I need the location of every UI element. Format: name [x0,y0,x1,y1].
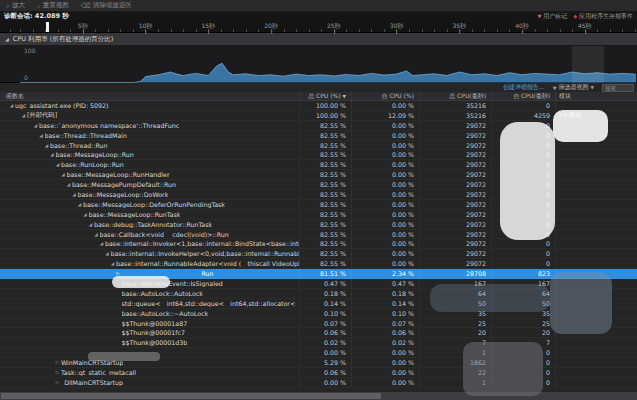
create-detailed-report-link[interactable]: 创建详细报告... [503,83,545,92]
table-row[interactable]: $$Thunk@00001a870.07 %0.07 %2525 [0,319,637,329]
column-self-cpu-pct[interactable]: 自 CPU (%) [352,92,420,100]
self-cpu-ms: 20 [492,328,556,337]
total-cpu-pct: 0.07 % [300,319,352,328]
expanded-icon[interactable]: ◢ [104,251,111,256]
cpu-area-series [0,46,637,83]
table-row[interactable]: ◢base::internal::InvokeHelper<0,void,bas… [0,249,637,259]
expanded-icon[interactable]: ◢ [82,212,89,217]
table-row[interactable]: ◢base::internal::Invoker<1,base::interna… [0,239,637,249]
expanded-icon[interactable]: ◢ [54,162,61,167]
table-row[interactable]: ▷Run81.51 %2.34 %28708823 [0,269,637,279]
table-row[interactable]: ◢base::internal::RunnableAdapter<void (_… [0,259,637,269]
self-cpu-pct: 0.00 % [352,259,420,268]
table-row[interactable]: ▷Task::qt_static_metacall0.06 %0.00 %220 [0,368,637,378]
table-row[interactable]: ◢base::Thread::ThreadMain82.55 %0.00 %29… [0,131,637,141]
reset-view-button[interactable]: ⌕ 重置视图 [37,1,69,10]
function-name: base::WaitableEvent::IsSignaled [122,280,223,287]
expanded-icon[interactable]: ◢ [98,241,105,246]
self-cpu-ms: 0 [492,131,556,140]
clear-selection-button[interactable]: ⌫ 清除缩放选区 [81,1,132,10]
module-name [556,141,637,150]
filter-dropdown[interactable]: ▼ 筛选器视图 ▼ [553,83,594,92]
expanded-icon[interactable]: ◢ [76,202,83,207]
total-cpu-ms: 7 [420,338,492,347]
column-module[interactable]: 模块 [556,92,637,100]
zoom-in-button[interactable]: ⌕ 放大 [6,1,25,10]
table-row[interactable]: ▷WinMainCRTStartup5.29 %0.00 %18620 [0,358,637,368]
expanded-icon[interactable]: ◢ [32,123,39,128]
table-row[interactable]: ◢base::MessagePumpDefault::Run82.55 %0.0… [0,180,637,190]
cpu-utilization-chart[interactable]: 100 0 [0,46,637,83]
collapsed-icon[interactable]: ▷ [115,271,122,276]
expander-icon[interactable]: ◢ [5,36,9,42]
column-total-cpu-pct[interactable]: 总 CPU (%)▼ [300,92,352,100]
table-row[interactable]: $$Thunk@00001fc70.06 %0.06 %2020 [0,328,637,338]
time-tick-label: 35秒 [452,22,466,31]
table-row[interactable]: base::AutoLock::AutoLock0.18 %0.18 %6464 [0,289,637,299]
self-cpu-ms: 0 [492,160,556,169]
total-cpu-pct: 0.00 % [300,378,352,387]
column-total-cpu-ms[interactable]: 总 CPU(毫秒) [420,92,492,100]
self-cpu-pct: 0.47 % [352,279,420,288]
cpu-section-header[interactable]: ◢ CPU 利用率 (所有处理器的百分比) [0,33,637,46]
module-name [556,190,637,199]
table-row[interactable]: ◢base::MessageLoop::RunTask82.55 %0.00 %… [0,210,637,220]
table-row[interactable]: ◢base::MessageLoop::DeferOrRunPendingTas… [0,200,637,210]
table-header: 函数名 总 CPU (%)▼ 自 CPU (%) 总 CPU(毫秒) 自 CPU… [0,92,637,101]
cpu-section-title: CPU 利用率 (所有处理器的百分比) [13,35,113,44]
expanded-icon[interactable]: ◢ [8,103,15,108]
expanded-icon[interactable]: ◢ [65,182,72,187]
scrollbar-thumb[interactable] [1,393,381,399]
expanded-icon[interactable]: ◢ [49,152,56,157]
table-row[interactable]: ◢base::MessageLoop::DoWork82.55 %0.00 %2… [0,190,637,200]
table-row[interactable]: ◢base::MessageLoop::RunHandler82.55 %0.0… [0,170,637,180]
table-row[interactable]: ◢base::Callback<void __cdecl(void)>::Run… [0,230,637,240]
module-name [556,289,637,298]
table-row[interactable]: 0.00 %0.00 %10 [0,348,637,358]
table-row[interactable]: ◢base::Thread::Run82.55 %0.00 %290720 [0,141,637,151]
column-function-name[interactable]: 函数名 [0,92,300,100]
total-cpu-ms: 64 [420,289,492,298]
expanded-icon[interactable]: ◢ [38,133,45,138]
module-name [556,309,637,318]
horizontal-scrollbar[interactable] [0,392,637,400]
chart-highlight-band [572,46,604,83]
expanded-icon[interactable]: ◢ [93,232,100,237]
self-cpu-ms: 0 [492,239,556,248]
table-row[interactable]: ◢base::RunLoop::Run82.55 %0.00 %290720 [0,160,637,170]
search-input[interactable] [602,84,634,92]
table-row[interactable]: ◢base::`anonymous namespace'::ThreadFunc… [0,121,637,131]
table-row[interactable]: ▷_DllMainCRTStartup0.00 %0.00 %10 [0,378,637,388]
expanded-icon[interactable]: ◢ [20,113,27,118]
module-name: 24 模块 [556,111,637,120]
table-row[interactable]: ◢ugc_assistant.exe (PID: 5092)100.00 %0.… [0,101,637,111]
timeline-ruler[interactable]: 5秒10秒15秒20秒25秒30秒35秒40秒45秒 [0,21,637,33]
column-self-cpu-ms[interactable]: 自 CPU(毫秒) [492,92,556,100]
table-row[interactable]: std::queue<__int64,std::deque<__int64,st… [0,299,637,309]
table-row[interactable]: ◢base::debug::TaskAnnotator::RunTask82.5… [0,220,637,230]
expanded-icon[interactable]: ◢ [60,172,67,177]
expanded-icon[interactable]: ◢ [43,143,50,148]
expanded-icon[interactable]: ◢ [87,222,94,227]
table-row[interactable]: base::WaitableEvent::IsSignaled0.47 %0.4… [0,279,637,289]
function-name: base::AutoLock::AutoLock [122,290,203,297]
expanded-icon[interactable]: ◢ [109,261,116,266]
session-duration-label: 诊断会话: 42.089 秒 [4,12,69,21]
collapsed-icon[interactable]: ▷ [54,360,61,365]
table-row[interactable]: ◢[外部代码]100.00 %12.09 %35216425924 模块 [0,111,637,121]
collapsed-icon[interactable]: ▷ [54,370,61,375]
total-cpu-pct: 0.14 % [300,299,352,308]
collapsed-icon[interactable]: ▷ [54,380,61,385]
function-name: WinMainCRTStartup [61,359,123,366]
playhead-caret[interactable] [46,22,49,32]
total-cpu-pct: 0.47 % [300,279,352,288]
self-cpu-pct: 0.00 % [352,141,420,150]
self-cpu-ms: 0 [492,348,556,357]
total-cpu-ms: 20 [420,328,492,337]
expanded-icon[interactable]: ◢ [71,192,78,197]
table-row[interactable]: ◢base::MessageLoop::Run82.55 %0.00 %2907… [0,150,637,160]
table-row[interactable]: $$Thunk@00001d3b0.02 %0.02 %77 [0,338,637,348]
module-name [556,249,637,258]
table-row[interactable]: base::AutoLock::~AutoLock0.10 %0.10 %353… [0,309,637,319]
self-cpu-pct: 0.00 % [352,249,420,258]
